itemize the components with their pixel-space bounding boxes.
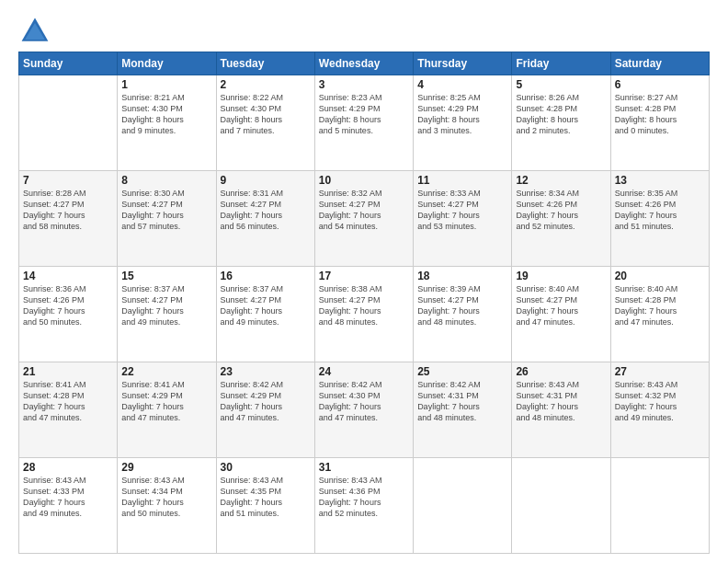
day-info: Sunrise: 8:35 AM Sunset: 4:26 PM Dayligh…	[615, 188, 705, 233]
day-number: 26	[516, 365, 606, 378]
calendar-table: SundayMondayTuesdayWednesdayThursdayFrid…	[18, 52, 710, 554]
day-number: 28	[23, 461, 113, 474]
day-info: Sunrise: 8:25 AM Sunset: 4:29 PM Dayligh…	[417, 92, 507, 137]
day-cell: 18Sunrise: 8:39 AM Sunset: 4:27 PM Dayli…	[414, 267, 512, 362]
header-row: SundayMondayTuesdayWednesdayThursdayFrid…	[19, 52, 710, 75]
day-info: Sunrise: 8:37 AM Sunset: 4:27 PM Dayligh…	[121, 283, 211, 328]
header-cell-friday: Friday	[512, 52, 610, 75]
day-info: Sunrise: 8:37 AM Sunset: 4:27 PM Dayligh…	[221, 283, 311, 328]
day-number: 25	[417, 365, 507, 378]
day-info: Sunrise: 8:43 AM Sunset: 4:31 PM Dayligh…	[516, 379, 606, 424]
day-number: 29	[121, 461, 211, 474]
day-cell: 8Sunrise: 8:30 AM Sunset: 4:27 PM Daylig…	[118, 171, 216, 267]
day-cell: 1Sunrise: 8:21 AM Sunset: 4:30 PM Daylig…	[118, 75, 216, 171]
day-number: 18	[417, 270, 507, 282]
day-info: Sunrise: 8:36 AM Sunset: 4:26 PM Dayligh…	[23, 283, 113, 328]
day-cell: 2Sunrise: 8:22 AM Sunset: 4:30 PM Daylig…	[216, 75, 314, 171]
day-number: 27	[615, 365, 705, 378]
day-cell: 12Sunrise: 8:34 AM Sunset: 4:26 PM Dayli…	[512, 171, 610, 267]
day-number: 7	[23, 174, 113, 187]
day-number: 1	[121, 78, 211, 91]
day-number: 9	[221, 174, 311, 187]
day-cell: 29Sunrise: 8:43 AM Sunset: 4:34 PM Dayli…	[118, 458, 216, 554]
day-info: Sunrise: 8:43 AM Sunset: 4:34 PM Dayligh…	[121, 475, 211, 520]
day-number: 4	[417, 78, 507, 91]
day-info: Sunrise: 8:33 AM Sunset: 4:27 PM Dayligh…	[417, 188, 507, 233]
week-row-1: 1Sunrise: 8:21 AM Sunset: 4:30 PM Daylig…	[19, 75, 710, 171]
day-number: 10	[319, 174, 409, 187]
day-info: Sunrise: 8:23 AM Sunset: 4:29 PM Dayligh…	[319, 92, 409, 137]
calendar-header: SundayMondayTuesdayWednesdayThursdayFrid…	[19, 52, 710, 75]
day-info: Sunrise: 8:39 AM Sunset: 4:27 PM Dayligh…	[417, 283, 507, 328]
day-info: Sunrise: 8:30 AM Sunset: 4:27 PM Dayligh…	[121, 188, 211, 233]
day-cell: 23Sunrise: 8:42 AM Sunset: 4:29 PM Dayli…	[216, 362, 314, 458]
week-row-5: 28Sunrise: 8:43 AM Sunset: 4:33 PM Dayli…	[19, 458, 710, 554]
day-cell: 15Sunrise: 8:37 AM Sunset: 4:27 PM Dayli…	[118, 267, 216, 362]
day-number: 12	[516, 174, 606, 187]
day-number: 21	[23, 365, 113, 378]
day-cell	[19, 75, 118, 171]
day-info: Sunrise: 8:43 AM Sunset: 4:35 PM Dayligh…	[221, 475, 311, 520]
day-number: 2	[221, 78, 311, 91]
day-number: 20	[615, 270, 705, 282]
day-number: 3	[319, 78, 409, 91]
day-number: 23	[221, 365, 311, 378]
day-info: Sunrise: 8:42 AM Sunset: 4:31 PM Dayligh…	[417, 379, 507, 424]
day-number: 15	[121, 270, 211, 282]
week-row-4: 21Sunrise: 8:41 AM Sunset: 4:28 PM Dayli…	[19, 362, 710, 458]
day-cell: 13Sunrise: 8:35 AM Sunset: 4:26 PM Dayli…	[610, 171, 709, 267]
day-number: 8	[121, 174, 211, 187]
day-cell: 24Sunrise: 8:42 AM Sunset: 4:30 PM Dayli…	[314, 362, 413, 458]
day-info: Sunrise: 8:21 AM Sunset: 4:30 PM Dayligh…	[121, 92, 211, 137]
day-number: 14	[23, 270, 113, 282]
page: SundayMondayTuesdayWednesdayThursdayFrid…	[0, 0, 728, 563]
header-cell-saturday: Saturday	[610, 52, 709, 75]
day-number: 6	[615, 78, 705, 91]
header-cell-sunday: Sunday	[19, 52, 118, 75]
day-number: 13	[615, 174, 705, 187]
day-cell: 27Sunrise: 8:43 AM Sunset: 4:32 PM Dayli…	[610, 362, 709, 458]
day-cell: 5Sunrise: 8:26 AM Sunset: 4:28 PM Daylig…	[512, 75, 610, 171]
week-row-3: 14Sunrise: 8:36 AM Sunset: 4:26 PM Dayli…	[19, 267, 710, 362]
day-info: Sunrise: 8:28 AM Sunset: 4:27 PM Dayligh…	[23, 188, 113, 233]
day-cell: 14Sunrise: 8:36 AM Sunset: 4:26 PM Dayli…	[19, 267, 118, 362]
day-cell	[512, 458, 610, 554]
day-number: 22	[121, 365, 211, 378]
day-info: Sunrise: 8:38 AM Sunset: 4:27 PM Dayligh…	[319, 283, 409, 328]
day-cell: 28Sunrise: 8:43 AM Sunset: 4:33 PM Dayli…	[19, 458, 118, 554]
logo	[18, 15, 55, 48]
day-cell: 7Sunrise: 8:28 AM Sunset: 4:27 PM Daylig…	[19, 171, 118, 267]
day-cell: 20Sunrise: 8:40 AM Sunset: 4:28 PM Dayli…	[610, 267, 709, 362]
day-info: Sunrise: 8:40 AM Sunset: 4:28 PM Dayligh…	[615, 283, 705, 328]
day-cell: 3Sunrise: 8:23 AM Sunset: 4:29 PM Daylig…	[314, 75, 413, 171]
day-info: Sunrise: 8:43 AM Sunset: 4:36 PM Dayligh…	[319, 475, 409, 520]
day-number: 5	[516, 78, 606, 91]
day-info: Sunrise: 8:41 AM Sunset: 4:29 PM Dayligh…	[121, 379, 211, 424]
header-cell-wednesday: Wednesday	[314, 52, 413, 75]
day-cell: 30Sunrise: 8:43 AM Sunset: 4:35 PM Dayli…	[216, 458, 314, 554]
day-cell: 25Sunrise: 8:42 AM Sunset: 4:31 PM Dayli…	[414, 362, 512, 458]
day-info: Sunrise: 8:26 AM Sunset: 4:28 PM Dayligh…	[516, 92, 606, 137]
week-row-2: 7Sunrise: 8:28 AM Sunset: 4:27 PM Daylig…	[19, 171, 710, 267]
day-number: 16	[221, 270, 311, 282]
day-cell: 26Sunrise: 8:43 AM Sunset: 4:31 PM Dayli…	[512, 362, 610, 458]
day-info: Sunrise: 8:42 AM Sunset: 4:29 PM Dayligh…	[221, 379, 311, 424]
header	[18, 15, 710, 48]
day-number: 17	[319, 270, 409, 282]
day-cell: 11Sunrise: 8:33 AM Sunset: 4:27 PM Dayli…	[414, 171, 512, 267]
day-cell: 21Sunrise: 8:41 AM Sunset: 4:28 PM Dayli…	[19, 362, 118, 458]
day-cell: 22Sunrise: 8:41 AM Sunset: 4:29 PM Dayli…	[118, 362, 216, 458]
day-number: 11	[417, 174, 507, 187]
day-cell: 4Sunrise: 8:25 AM Sunset: 4:29 PM Daylig…	[414, 75, 512, 171]
logo-icon	[18, 15, 51, 48]
day-cell: 16Sunrise: 8:37 AM Sunset: 4:27 PM Dayli…	[216, 267, 314, 362]
day-cell: 31Sunrise: 8:43 AM Sunset: 4:36 PM Dayli…	[314, 458, 413, 554]
day-cell: 6Sunrise: 8:27 AM Sunset: 4:28 PM Daylig…	[610, 75, 709, 171]
day-number: 31	[319, 461, 409, 474]
day-cell: 10Sunrise: 8:32 AM Sunset: 4:27 PM Dayli…	[314, 171, 413, 267]
day-cell	[610, 458, 709, 554]
day-info: Sunrise: 8:40 AM Sunset: 4:27 PM Dayligh…	[516, 283, 606, 328]
day-info: Sunrise: 8:27 AM Sunset: 4:28 PM Dayligh…	[615, 92, 705, 137]
day-info: Sunrise: 8:41 AM Sunset: 4:28 PM Dayligh…	[23, 379, 113, 424]
day-info: Sunrise: 8:22 AM Sunset: 4:30 PM Dayligh…	[221, 92, 311, 137]
